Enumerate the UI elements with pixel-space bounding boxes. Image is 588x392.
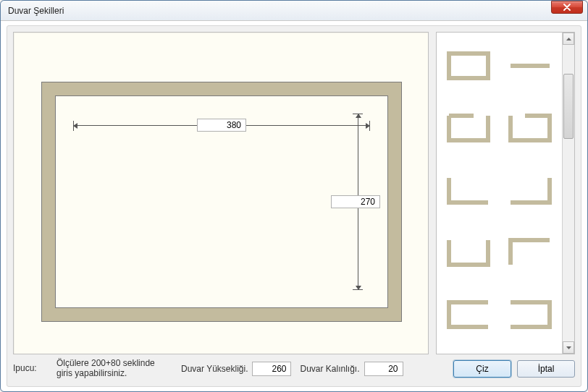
wall-height-field: Duvar Yüksekliği. [181, 362, 291, 376]
shape-c-open-left[interactable] [503, 287, 558, 342]
shape-l-bl[interactable] [441, 163, 497, 218]
chevron-down-icon [566, 346, 572, 350]
shapes-panel [436, 32, 575, 354]
chevron-up-icon [566, 37, 572, 41]
titlebar[interactable]: Duvar Şekilleri [1, 1, 587, 21]
wall-thickness-field: Duvar Kalınlığı. [300, 362, 403, 376]
shape-l-br[interactable] [503, 163, 558, 218]
draw-button[interactable]: Çiz [453, 360, 511, 378]
wall-shape-outer [41, 82, 402, 322]
height-input[interactable] [331, 195, 380, 208]
shape-open-tr[interactable] [441, 101, 497, 155]
scroll-thumb[interactable] [563, 74, 574, 139]
wall-height-input[interactable] [252, 362, 291, 376]
scroll-track[interactable] [563, 45, 574, 341]
shape-c-open-right[interactable] [441, 287, 497, 342]
shapes-grid [441, 38, 558, 342]
client-area: Ipucu: Ölçülere 200+80 seklinde giris ya… [1, 21, 587, 391]
scroll-up-button[interactable] [563, 33, 574, 45]
svg-rect-0 [449, 54, 488, 78]
footer-bar: Ipucu: Ölçülere 200+80 seklinde giris ya… [13, 357, 575, 380]
preview-canvas [13, 32, 429, 354]
shape-l-tr[interactable] [503, 225, 558, 280]
window-title: Duvar Şekilleri [8, 6, 551, 16]
shape-u-open-top[interactable] [441, 225, 497, 280]
shape-open-tl[interactable] [503, 101, 558, 155]
close-icon [563, 4, 571, 11]
hint-text: Ölçülere 200+80 seklinde giris yapabilir… [56, 359, 172, 379]
wall-shape-inner [55, 95, 388, 308]
wall-height-label: Duvar Yüksekliği. [181, 364, 248, 374]
shape-single-line[interactable] [503, 38, 558, 93]
content-frame: Ipucu: Ölçülere 200+80 seklinde giris ya… [7, 25, 581, 387]
dialog-buttons: Çiz İptal [453, 360, 575, 378]
close-button[interactable] [551, 1, 583, 14]
dialog-window: Duvar Şekilleri [0, 0, 588, 392]
cancel-button[interactable]: İptal [517, 360, 575, 378]
hint-label: Ipucu: [13, 364, 48, 374]
shape-closed-rect[interactable] [441, 38, 497, 93]
shapes-scroll-area[interactable] [437, 33, 562, 354]
wall-thickness-input[interactable] [364, 362, 403, 376]
scroll-down-button[interactable] [563, 341, 574, 354]
wall-thickness-label: Duvar Kalınlığı. [300, 364, 359, 374]
shapes-scrollbar[interactable] [562, 33, 574, 354]
width-input[interactable] [197, 119, 246, 132]
